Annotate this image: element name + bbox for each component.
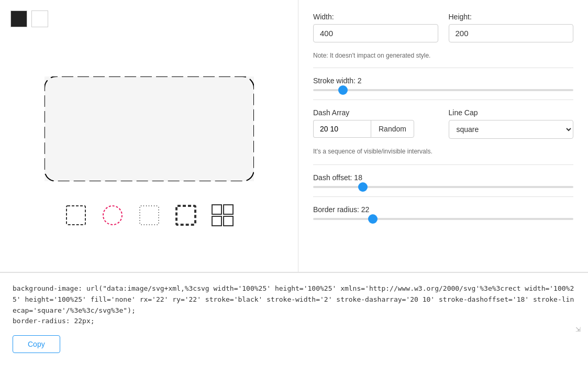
- divider-3: [313, 164, 573, 165]
- width-label: Width:: [313, 13, 438, 21]
- color-swatches: [10, 10, 48, 27]
- copy-button[interactable]: Copy: [13, 335, 60, 353]
- code-output: background-image: url("data:image/svg+xm…: [13, 283, 575, 327]
- style-presets: [10, 202, 287, 228]
- preset-dotted-square[interactable]: [136, 202, 162, 228]
- code-panel: background-image: url("data:image/svg+xm…: [0, 272, 588, 364]
- divider-2: [313, 100, 573, 100]
- svg-rect-5: [212, 205, 221, 214]
- black-swatch[interactable]: [10, 10, 27, 27]
- svg-rect-3: [140, 206, 159, 225]
- dash-offset-group: Dash offset: 18: [313, 173, 573, 188]
- divider-1: [313, 68, 573, 68]
- preset-dashed-square[interactable]: [63, 202, 89, 228]
- dash-array-note: It's a sequence of visible/invisible int…: [313, 147, 573, 156]
- border-radius-label: Border radius: 22: [313, 205, 573, 214]
- border-radius-group: Border radius: 22: [313, 205, 573, 220]
- preset-thick-dashed-square[interactable]: [173, 202, 199, 228]
- height-group: Height:: [449, 13, 574, 42]
- dash-array-input[interactable]: [313, 120, 371, 138]
- height-input[interactable]: [449, 24, 574, 42]
- svg-rect-1: [66, 206, 85, 225]
- width-group: Width:: [313, 13, 438, 42]
- right-panel: Width: Height: Note: It doesn't impact o…: [298, 0, 588, 272]
- dimensions-row: Width: Height:: [313, 13, 573, 42]
- height-label: Height:: [449, 13, 574, 21]
- dash-array-input-row: Random: [313, 120, 438, 138]
- random-button[interactable]: Random: [371, 120, 414, 138]
- white-swatch[interactable]: [31, 10, 48, 27]
- svg-rect-8: [224, 216, 233, 226]
- line-cap-label: Line Cap: [449, 108, 574, 117]
- preset-dashed-circle[interactable]: [99, 202, 126, 228]
- svg-rect-0: [45, 76, 254, 181]
- preset-grid[interactable]: [209, 202, 236, 228]
- dash-offset-slider[interactable]: [313, 186, 573, 188]
- dash-array-label: Dash Array: [313, 108, 438, 117]
- svg-rect-6: [224, 205, 233, 214]
- stroke-width-group: Stroke width: 2: [313, 76, 573, 91]
- dimension-note: Note: It doesn't impact on generated sty…: [313, 52, 573, 59]
- divider-4: [313, 196, 573, 197]
- stroke-width-label: Stroke width: 2: [313, 76, 573, 85]
- dashed-border-preview: [45, 76, 254, 181]
- preview-area: [10, 43, 287, 261]
- svg-point-2: [103, 206, 122, 225]
- border-radius-slider[interactable]: [313, 218, 573, 220]
- left-panel: [0, 0, 298, 272]
- stroke-width-slider[interactable]: [313, 89, 573, 91]
- dash-array-row: Dash Array Random Line Cap butt round sq…: [313, 108, 573, 139]
- dash-array-group: Dash Array Random: [313, 108, 438, 138]
- resize-handle[interactable]: ⇲: [575, 326, 582, 332]
- svg-rect-7: [212, 216, 221, 226]
- svg-rect-4: [176, 206, 195, 225]
- line-cap-select[interactable]: butt round square: [449, 120, 574, 139]
- dash-offset-label: Dash offset: 18: [313, 173, 573, 182]
- width-input[interactable]: [313, 24, 438, 42]
- main-layout: Width: Height: Note: It doesn't impact o…: [0, 0, 588, 272]
- line-cap-group: Line Cap butt round square: [449, 108, 574, 139]
